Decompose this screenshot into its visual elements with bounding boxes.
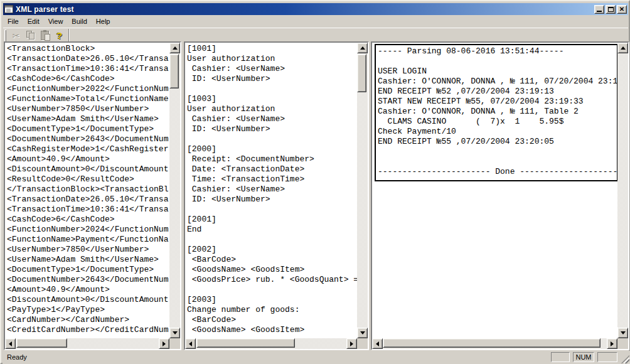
close-button[interactable]: ✕: [617, 5, 627, 14]
template-text[interactable]: [1001]User authorization Cashier: <UserN…: [185, 43, 357, 338]
app-icon[interactable]: [4, 5, 13, 13]
menu-item[interactable]: View: [44, 16, 68, 27]
text-line: <TransactionDate>26.05.10</Transa: [7, 54, 169, 64]
text-line: ID: <UserNumber>: [187, 124, 357, 134]
scroll-down-button[interactable]: [617, 328, 628, 338]
text-line: <TransactionBlock>: [7, 44, 169, 54]
text-line: <BarCode>: [187, 255, 357, 265]
output-horizontal-scrollbar: [372, 338, 617, 349]
text-line: [1003]: [187, 94, 357, 104]
text-line: Cashier: O'CONNOR, DONNA , № 111, 07/20/…: [378, 77, 617, 87]
paste-button[interactable]: [38, 29, 52, 43]
text-line: <UserNumber>7850</UserNumber>: [7, 245, 169, 255]
arrow-right-icon: [611, 341, 614, 346]
minimize-icon: [597, 11, 602, 12]
arrow-down-icon: [621, 331, 626, 335]
text-line: <GoodsPrice> rub. * <GoodsQuant> =: [187, 275, 357, 285]
text-line: <TransactionDate>26.05.10</Transa: [7, 195, 169, 205]
text-line: [2002]: [187, 245, 357, 255]
text-line: <FunctionNumber>2024</FunctionNum: [7, 225, 169, 235]
text-line: Cashier: O'CONNOR, DONNA , № 111, Table …: [378, 107, 617, 117]
output-vertical-scrollbar: [617, 43, 628, 338]
menu-item[interactable]: File: [3, 16, 23, 27]
scroll-thumb[interactable]: [16, 338, 67, 348]
scroll-thumb[interactable]: [196, 338, 295, 348]
text-line: Cashier: <UserName>: [187, 114, 357, 124]
scroll-up-button[interactable]: [617, 43, 628, 53]
help-button[interactable]: ?: [52, 29, 67, 43]
text-line: User authorization: [187, 54, 357, 64]
scrollbar-corner: [169, 338, 180, 349]
menu-item[interactable]: Build: [67, 16, 91, 27]
text-line: <BarCode>: [187, 315, 357, 325]
text-line: [187, 285, 357, 295]
menu-bar: FileEditViewBuildHelp: [3, 16, 628, 28]
arrow-up-icon: [360, 46, 365, 50]
text-line: Time: <TransactionTime>: [187, 174, 357, 185]
paste-icon: [41, 31, 49, 40]
text-line: END RECEIPT №55 ,07/20/2004 23:20:05: [378, 137, 617, 147]
text-line: <CashCode>6</CashCode>: [7, 74, 169, 84]
scroll-left-button[interactable]: [5, 338, 16, 349]
scroll-left-button[interactable]: [372, 338, 383, 349]
scroll-track[interactable]: [196, 338, 346, 349]
scroll-thumb[interactable]: [383, 338, 601, 348]
scroll-track[interactable]: [169, 53, 180, 328]
copy-button[interactable]: [23, 29, 38, 43]
menu-item[interactable]: Edit: [23, 16, 44, 27]
scroll-right-button[interactable]: [607, 338, 617, 349]
scroll-right-button[interactable]: [346, 338, 357, 349]
cut-button[interactable]: ✂: [9, 29, 23, 43]
text-line: [187, 84, 357, 94]
text-line: End: [187, 225, 357, 235]
toolbar-grip[interactable]: [4, 29, 6, 42]
text-line: START NEW RECEIPT №55, 07/20/2004 23:19:…: [378, 97, 617, 107]
scroll-up-button[interactable]: [169, 43, 180, 53]
text-line: <CardNumber></CardNumber>: [7, 315, 169, 325]
text-line: [2001]: [187, 215, 357, 225]
scroll-track[interactable]: [16, 338, 159, 349]
text-line: ID: <UserNumber>: [187, 195, 357, 205]
text-line: <CreditCardNumber></CreditCardNum: [7, 325, 169, 335]
maximize-button[interactable]: [606, 5, 616, 14]
text-line: <DocumentNumber>2643</DocumentNum: [7, 134, 169, 144]
scroll-thumb[interactable]: [357, 54, 366, 92]
scroll-thumb[interactable]: [169, 54, 179, 88]
minimize-button[interactable]: [594, 5, 604, 14]
scroll-left-button[interactable]: [185, 338, 196, 349]
text-line: <GoodsName> <GoodsItem>: [187, 325, 357, 335]
toolbar-separator: [68, 29, 70, 43]
parse-output-box[interactable]: ----- Parsing 08-06-2016 13:51:44----- U…: [375, 44, 617, 181]
text-line: <DocumentType>1</DocumentType>: [7, 265, 169, 275]
scroll-up-button[interactable]: [357, 43, 368, 53]
output-panel: ----- Parsing 08-06-2016 13:51:44----- U…: [371, 41, 629, 350]
text-line: [378, 157, 617, 167]
scroll-track[interactable]: [383, 338, 607, 349]
scroll-down-button[interactable]: [357, 328, 368, 338]
template-horizontal-scrollbar: [185, 338, 357, 349]
text-line: Check Payment/10: [378, 127, 617, 137]
text-line: <PayType>1</PayType>: [7, 305, 169, 315]
xml-source-text[interactable]: <TransactionBlock><TransactionDate>26.05…: [5, 43, 169, 338]
scroll-track[interactable]: [357, 53, 368, 328]
text-line: <ResultCode>0</ResultCode>: [7, 174, 169, 185]
menu-item[interactable]: Help: [92, 16, 115, 27]
output-area[interactable]: ----- Parsing 08-06-2016 13:51:44----- U…: [372, 43, 617, 338]
text-line: <FunctionName>Total</FunctionName: [7, 94, 169, 104]
app-window: XML parser test ✕ FileEditViewBuildHelp …: [0, 0, 630, 364]
scroll-right-button[interactable]: [159, 338, 169, 349]
text-line: <Amount>40.9</Amount>: [7, 285, 169, 295]
title-bar[interactable]: XML parser test ✕: [3, 3, 628, 15]
arrow-down-icon: [360, 331, 365, 335]
template-panel: [1001]User authorization Cashier: <UserN…: [184, 41, 369, 350]
scroll-track[interactable]: [617, 53, 628, 328]
scroll-down-button[interactable]: [169, 328, 180, 338]
text-line: Cashier: <UserName>: [187, 64, 357, 74]
text-line: <UserNumber>7850</UserNumber>: [7, 104, 169, 114]
resize-grip[interactable]: [621, 355, 629, 363]
arrow-right-icon: [350, 341, 353, 346]
arrow-down-icon: [173, 331, 178, 335]
text-line: <GoodsName> <GoodsItem>: [187, 265, 357, 275]
text-line: [2003]: [187, 295, 357, 305]
scrollbar-corner: [357, 338, 368, 349]
